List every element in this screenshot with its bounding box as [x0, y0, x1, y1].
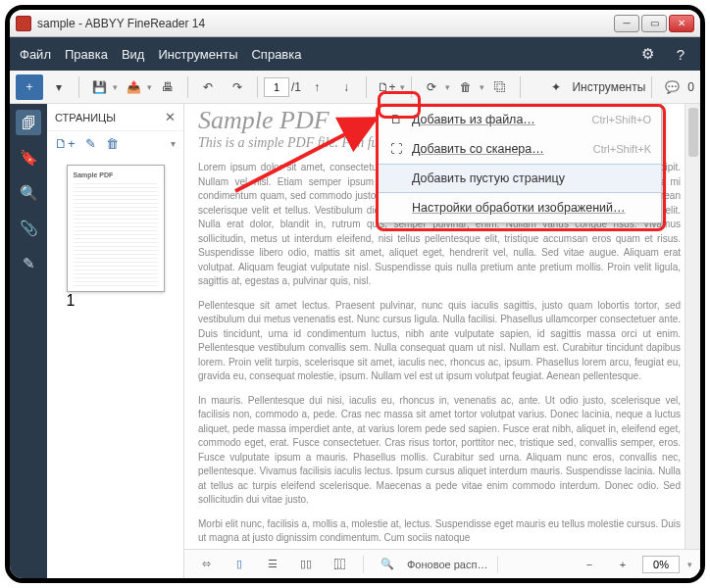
redo-button[interactable]: ↷: [224, 74, 251, 100]
panel-menu-icon[interactable]: ▾: [171, 138, 176, 149]
pages-panel: СТРАНИЦЫ ✕ 🗋+ ✎ 🗑 ▾ Sample PDF 1: [47, 104, 184, 578]
dd-label: Добавить из файла…: [412, 113, 535, 126]
pages-tab-icon[interactable]: 🗐: [16, 110, 41, 135]
add-from-scanner-item[interactable]: ⛶ Добавить со сканера… Ctrl+Shift+K: [379, 134, 661, 164]
background-recognition-label[interactable]: Фоновое расп…: [407, 559, 487, 570]
menubar: Файл Правка Вид Инструменты Справка ⚙ ?: [10, 37, 700, 71]
dd-label: Добавить со сканера…: [412, 142, 544, 156]
print-button[interactable]: 🖶: [154, 74, 181, 100]
page-down-button[interactable]: ↓: [332, 74, 360, 100]
maximize-button[interactable]: ▭: [641, 15, 667, 32]
doc-paragraph: Morbi elit nunc, facilisis a, mollis a, …: [198, 517, 681, 546]
thumbnail-number: 1: [67, 292, 165, 310]
dd-shortcut: Ctrl+Shift+O: [591, 114, 651, 125]
help-icon[interactable]: ?: [671, 44, 690, 64]
menu-view[interactable]: Вид: [122, 47, 145, 62]
zoom-tool-icon[interactable]: 🔍: [374, 552, 401, 577]
page-total: /1: [291, 80, 301, 94]
window-title: sample - ABBYY FineReader 14: [37, 17, 614, 30]
zoom-out-button[interactable]: −: [576, 552, 603, 577]
magic-button[interactable]: ✦: [542, 74, 570, 100]
fit-width-icon[interactable]: ⬄: [192, 552, 220, 577]
menu-tools[interactable]: Инструменты: [158, 47, 237, 62]
signatures-tab-icon[interactable]: ✎: [16, 251, 41, 276]
bookmarks-tab-icon[interactable]: 🔖: [16, 145, 41, 171]
rotate-button[interactable]: ⟳: [418, 74, 445, 100]
close-button[interactable]: ✕: [669, 15, 694, 32]
toolbar: ＋ ▾ 💾▾ 📤▾ 🖶 ↶ ↷ /1 ↑ ↓ 🗋+▾ ⟳▾ 🗑▾ ⿻ ✦ Инс…: [10, 71, 700, 104]
undo-button[interactable]: ↶: [194, 74, 222, 100]
crop-button[interactable]: ⿻: [486, 74, 514, 100]
continuous-icon[interactable]: ☰: [259, 552, 286, 577]
dd-label: Настройки обработки изображений…: [412, 201, 626, 215]
comments-count: 0: [687, 80, 694, 94]
add-page-dropdown: 🗋 Добавить из файла… Ctrl+Shift+O ⛶ Доба…: [378, 104, 662, 223]
add-blank-page-item[interactable]: Добавить пустую страницу: [378, 164, 662, 193]
delete-button[interactable]: 🗑: [452, 74, 480, 100]
dd-label: Добавить пустую страницу: [412, 172, 565, 185]
add-page-icon[interactable]: 🗋+: [55, 136, 76, 151]
zoom-in-button[interactable]: +: [609, 552, 636, 577]
page-thumbnail[interactable]: Sample PDF: [67, 165, 165, 292]
comments-button[interactable]: 💬: [658, 74, 685, 100]
tools-label[interactable]: Инструменты: [572, 80, 645, 94]
bottom-bar: ⬄ ▯ ☰ ▯▯ ⿲ 🔍 Фоновое расп… − + ▾: [184, 549, 700, 578]
page-up-button[interactable]: ↑: [303, 74, 330, 100]
add-from-file-item[interactable]: 🗋 Добавить из файла… Ctrl+Shift+O: [379, 105, 661, 134]
titlebar: sample - ABBYY FineReader 14 ─ ▭ ✕: [10, 10, 700, 37]
dd-shortcut: Ctrl+Shift+K: [593, 143, 651, 155]
page-input[interactable]: [264, 77, 289, 97]
menu-help[interactable]: Справка: [251, 47, 301, 62]
sidebar-dropdown[interactable]: ▾: [45, 74, 73, 100]
vertical-scrollbar[interactable]: [685, 104, 700, 549]
close-panel-icon[interactable]: ✕: [165, 110, 176, 124]
delete-page-icon[interactable]: 🗑: [106, 136, 119, 151]
attachments-tab-icon[interactable]: 📎: [16, 216, 41, 241]
new-button[interactable]: ＋: [16, 74, 43, 100]
image-settings-item[interactable]: Настройки обработки изображений…: [379, 193, 661, 222]
side-strip: 🗐 🔖 🔍 📎 ✎: [10, 104, 47, 578]
add-page-button[interactable]: 🗋+: [373, 74, 400, 100]
export-button[interactable]: 📤: [120, 74, 147, 100]
save-button[interactable]: 💾: [85, 74, 113, 100]
minimize-button[interactable]: ─: [614, 15, 639, 32]
menu-file[interactable]: Файл: [20, 47, 51, 62]
settings-icon[interactable]: ⚙: [637, 44, 657, 64]
doc-paragraph: In mauris. Pellentesque dui nisi, iaculi…: [198, 394, 681, 508]
single-page-icon[interactable]: ▯: [226, 552, 253, 577]
edit-page-icon[interactable]: ✎: [85, 136, 96, 151]
two-page-icon[interactable]: ▯▯: [292, 552, 320, 577]
scanner-icon: ⛶: [388, 141, 404, 157]
search-tab-icon[interactable]: 🔍: [16, 180, 41, 206]
pages-panel-title: СТРАНИЦЫ: [55, 112, 116, 123]
zoom-input[interactable]: [642, 556, 680, 573]
menu-edit[interactable]: Правка: [65, 47, 108, 62]
zoom-dropdown-icon[interactable]: ▾: [687, 560, 692, 569]
file-plus-icon: 🗋: [388, 112, 404, 127]
doc-paragraph: Pellentesque sit amet lectus. Praesent p…: [198, 299, 681, 384]
two-page-continuous-icon[interactable]: ⿲: [326, 552, 353, 577]
app-icon: [16, 16, 31, 31]
